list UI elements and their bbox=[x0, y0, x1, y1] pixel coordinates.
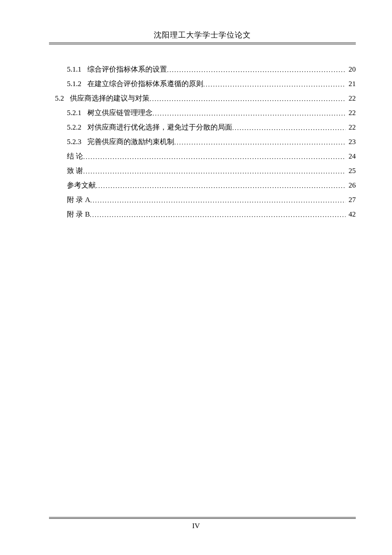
toc-title: 结 论 bbox=[67, 149, 83, 164]
toc-page: 24 bbox=[346, 149, 356, 164]
toc-title: 参考文献 bbox=[67, 178, 96, 193]
toc-row: 5.1.2在建立综合评价指标体系遵循的原则21 bbox=[49, 77, 356, 91]
toc-number: 5.2 bbox=[55, 91, 64, 106]
page-container: 沈阳理工大学学士学位论文 5.1.1综合评价指标体系的设置205.1.2在建立综… bbox=[49, 30, 356, 529]
toc-leader bbox=[174, 136, 346, 149]
toc-page: 26 bbox=[346, 178, 356, 193]
toc-row: 5.2供应商选择的建议与对策22 bbox=[49, 91, 356, 106]
toc-leader bbox=[167, 64, 346, 76]
toc-leader bbox=[83, 150, 346, 163]
toc-title: 附 录 B bbox=[67, 207, 90, 222]
toc-row: 附 录 B42 bbox=[49, 207, 356, 222]
toc-page: 42 bbox=[346, 207, 356, 222]
toc-number: 5.2.3 bbox=[67, 135, 81, 149]
toc-page: 22 bbox=[346, 91, 356, 106]
toc-title: 综合评价指标体系的设置 bbox=[87, 62, 167, 77]
toc-leader bbox=[150, 92, 346, 105]
toc-row: 致 谢25 bbox=[49, 164, 356, 178]
toc-page: 27 bbox=[346, 193, 356, 207]
toc-title: 致 谢 bbox=[67, 164, 83, 178]
toc-row: 结 论24 bbox=[49, 149, 356, 164]
toc-row: 附 录 A27 bbox=[49, 193, 356, 207]
toc-row: 5.2.1树立供应链管理理念22 bbox=[49, 106, 356, 120]
toc-number: 5.1.1 bbox=[67, 62, 81, 77]
toc-row: 5.1.1综合评价指标体系的设置20 bbox=[49, 62, 356, 77]
toc-leader bbox=[203, 78, 346, 91]
toc-leader bbox=[96, 179, 346, 192]
toc-page: 23 bbox=[346, 135, 356, 149]
page-number: IV bbox=[0, 522, 392, 530]
toc-title: 树立供应链管理理念 bbox=[87, 106, 153, 120]
toc-leader bbox=[83, 165, 346, 178]
toc-page: 21 bbox=[346, 77, 356, 91]
toc-number: 5.1.2 bbox=[67, 77, 81, 91]
toc-title: 供应商选择的建议与对策 bbox=[70, 91, 150, 106]
toc-leader bbox=[90, 194, 346, 207]
page-header: 沈阳理工大学学士学位论文 bbox=[49, 30, 356, 43]
toc-number: 5.2.1 bbox=[67, 106, 81, 120]
toc-page: 22 bbox=[346, 106, 356, 120]
footer-rule bbox=[49, 517, 356, 519]
toc-number: 5.2.2 bbox=[67, 120, 81, 135]
toc-row: 5.2.2对供应商进行优化选择，避免过于分散的局面22 bbox=[49, 120, 356, 135]
toc-title: 完善供应商的激励约束机制 bbox=[87, 135, 174, 149]
toc-page: 25 bbox=[346, 164, 356, 178]
toc-title: 附 录 A bbox=[67, 193, 90, 207]
toc-row: 5.2.3完善供应商的激励约束机制23 bbox=[49, 135, 356, 149]
toc-row: 参考文献26 bbox=[49, 178, 356, 193]
toc-leader bbox=[232, 121, 346, 134]
toc-page: 20 bbox=[346, 62, 356, 77]
header-rule bbox=[49, 43, 356, 44]
toc-title: 对供应商进行优化选择，避免过于分散的局面 bbox=[87, 120, 232, 135]
table-of-contents: 5.1.1综合评价指标体系的设置205.1.2在建立综合评价指标体系遵循的原则2… bbox=[49, 62, 356, 222]
toc-leader bbox=[153, 107, 346, 120]
toc-leader bbox=[90, 208, 346, 221]
toc-page: 22 bbox=[346, 120, 356, 135]
toc-title: 在建立综合评价指标体系遵循的原则 bbox=[87, 77, 203, 91]
